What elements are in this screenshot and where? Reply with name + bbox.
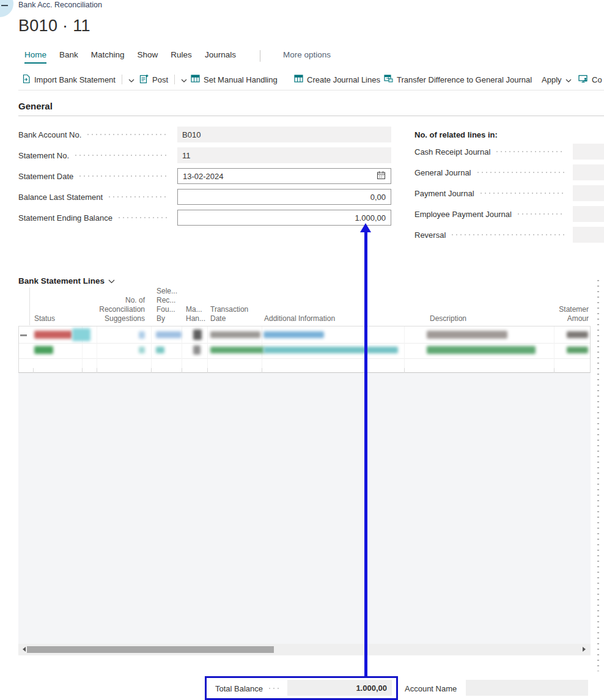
scroll-left-arrow-icon[interactable]	[23, 647, 26, 652]
column-header-line: Sele...	[157, 287, 177, 296]
post-button[interactable]: Post	[139, 72, 187, 87]
redacted-suggestions-cell	[139, 347, 145, 353]
import-bank-statement-button[interactable]: Import Bank Statement	[22, 72, 134, 87]
tab-home[interactable]: Home	[24, 50, 46, 64]
column-header-description[interactable]: Description	[430, 314, 466, 323]
statement-no-field[interactable]: 11	[177, 147, 391, 163]
field-row-payment-journal: Payment Journal	[414, 188, 569, 198]
column-header-additional-information[interactable]: Additional Information	[264, 314, 335, 323]
statement-date-field[interactable]: 13-02-2024	[177, 168, 391, 184]
dotted-leader	[79, 175, 169, 177]
account-name-row: Account Name	[405, 683, 463, 693]
related-lines-heading: No. of related lines in:	[414, 130, 498, 139]
field-row-reversal: Reversal	[414, 230, 569, 240]
corner-circle-icon	[0, 0, 13, 17]
dotted-leader	[87, 134, 169, 135]
field-row-employee-payment-journal: Employee Payment Journal	[414, 209, 569, 219]
bank-account-no-field[interactable]: B010	[177, 127, 391, 142]
chevron-down-icon[interactable]	[108, 276, 115, 286]
column-header-line: Fou...	[157, 305, 177, 314]
column-tick	[97, 368, 97, 373]
field-row-general-journal: General Journal	[414, 168, 569, 177]
set-manual-handling-button[interactable]: Set Manual Handling	[191, 72, 278, 87]
post-clipboard-icon	[139, 74, 149, 86]
field-row-bank-account-no: Bank Account No.	[18, 130, 172, 139]
column-header-selected-records[interactable]: Sele... Rec... Fou... By	[157, 287, 177, 323]
statement-ending-balance-label: Statement Ending Balance	[18, 213, 112, 223]
tab-journals[interactable]: Journals	[205, 50, 236, 62]
post-label: Post	[152, 75, 168, 84]
tab-show[interactable]: Show	[138, 50, 158, 62]
tab-bank[interactable]: Bank	[59, 50, 78, 62]
column-header-line: Suggestions	[92, 314, 145, 323]
more-options-button[interactable]: More options	[283, 50, 331, 62]
field-row-statement-ending-balance: Statement Ending Balance	[18, 213, 172, 223]
column-header-statement-amount[interactable]: Statemer Amour	[546, 305, 589, 323]
ribbon-tabs: Home Bank Matching Show Rules Journals M…	[24, 50, 331, 64]
statement-line-row[interactable]	[18, 342, 591, 358]
payment-journal-value[interactable]	[573, 185, 604, 201]
balance-last-statement-field[interactable]: 0,00	[177, 189, 391, 205]
row-separator	[19, 358, 590, 359]
column-tick	[82, 368, 83, 373]
annotation-arrow-line	[364, 232, 367, 676]
dotted-leader	[119, 217, 169, 218]
redacted-description-cell	[427, 346, 536, 354]
bank-statement-lines-title[interactable]: Bank Statement Lines	[18, 276, 115, 286]
dotted-leader	[75, 155, 169, 156]
balance-last-statement-label: Balance Last Statement	[18, 193, 103, 202]
statement-date-label: Statement Date	[18, 172, 73, 181]
reversal-value[interactable]	[573, 227, 604, 243]
scroll-right-arrow-icon[interactable]	[583, 647, 586, 652]
field-row-balance-last-statement: Balance Last Statement	[18, 192, 172, 202]
field-row-statement-no: Statement No.	[18, 150, 172, 160]
chevron-down-icon[interactable]	[565, 75, 572, 84]
apply-button[interactable]: Apply	[542, 72, 572, 87]
bank-statement-lines-label: Bank Statement Lines	[18, 276, 105, 286]
column-header-status[interactable]: Status	[34, 314, 55, 323]
column-header-line: Rec...	[157, 296, 177, 305]
employee-payment-journal-label: Employee Payment Journal	[414, 210, 512, 219]
row-marker	[20, 334, 27, 336]
column-header-transaction-date[interactable]: Transaction Date	[210, 305, 248, 323]
column-header-reconciliation-suggestions[interactable]: No. of Reconciliation Suggestions	[92, 296, 145, 323]
redacted-selected-cell	[156, 331, 182, 338]
chevron-down-icon[interactable]	[128, 75, 134, 84]
statement-no-label: Statement No.	[18, 151, 69, 160]
redacted-info-cell	[263, 347, 398, 353]
redacted-info-cell	[263, 331, 324, 338]
copilot-button[interactable]: Co	[578, 72, 602, 87]
cash-receipt-journal-value[interactable]	[573, 144, 604, 160]
employee-payment-journal-value[interactable]	[573, 206, 604, 222]
transfer-difference-label: Transfer Difference to General Journal	[397, 75, 532, 84]
dotted-leader	[452, 234, 565, 235]
create-journal-lines-button[interactable]: Create Journal Lines	[294, 72, 380, 87]
account-name-value[interactable]	[466, 680, 588, 696]
column-tick	[33, 368, 34, 373]
tab-matching[interactable]: Matching	[91, 50, 125, 62]
horizontal-scrollbar[interactable]	[18, 644, 591, 655]
import-document-icon	[22, 74, 31, 86]
calendar-icon[interactable]	[377, 171, 386, 182]
chevron-down-icon[interactable]	[181, 75, 187, 84]
dotted-leader	[477, 172, 565, 173]
grid-empty-area	[18, 373, 591, 644]
column-header-line: By	[157, 314, 177, 323]
field-row-statement-date: Statement Date	[18, 171, 172, 181]
bank-acc-reconciliation-page: Bank Acc. Reconciliation B010 · 11 Home …	[0, 0, 604, 700]
tab-rules[interactable]: Rules	[171, 50, 192, 62]
column-header-line: Han...	[186, 314, 205, 323]
scrollbar-thumb[interactable]	[27, 646, 274, 653]
column-header-line: Reconciliation	[92, 305, 145, 314]
statement-ending-balance-field[interactable]: 1.000,00	[177, 210, 391, 226]
column-tick	[554, 368, 554, 373]
bank-account-no-label: Bank Account No.	[18, 130, 81, 139]
general-journal-value[interactable]	[573, 164, 604, 180]
tab-separator	[260, 50, 260, 62]
general-section-heading[interactable]: General	[18, 101, 53, 111]
transfer-difference-button[interactable]: Transfer Difference to General Journal	[384, 72, 532, 87]
redacted-amount-cell	[567, 347, 588, 353]
column-header-manual-handling[interactable]: Ma... Han...	[186, 305, 205, 323]
column-resize-dashed-line	[597, 280, 599, 671]
statement-line-row[interactable]	[18, 326, 591, 342]
